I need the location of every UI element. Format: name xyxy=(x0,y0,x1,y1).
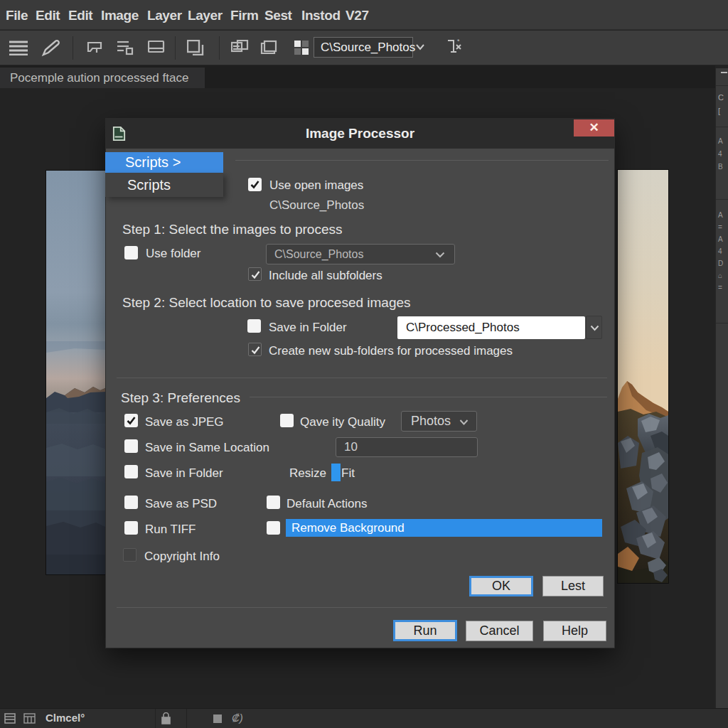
svg-text:*: * xyxy=(457,38,460,45)
